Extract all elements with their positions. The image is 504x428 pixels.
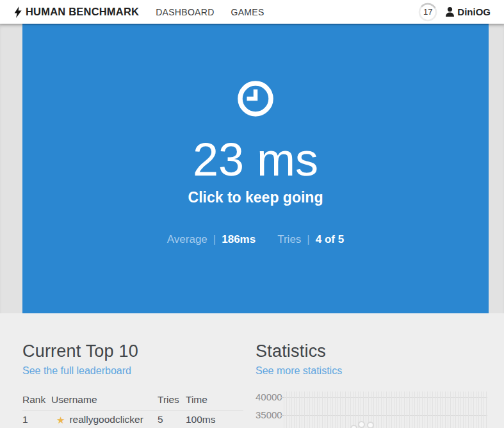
average-value: 186ms [222,233,256,246]
username-label: DiniOG [457,6,491,17]
table-row: 1 ★ reallygoodclicker 5 100ms [22,414,243,425]
level-value: 17 [418,3,437,22]
person-icon [446,7,454,17]
column-rank: Rank [22,394,51,406]
clock-icon [237,80,274,117]
average-label: Average [167,233,207,246]
average-stat: Average | 186ms [167,233,256,246]
column-username: Username [51,394,158,406]
attempt-stats: Average | 186ms Tries | 4 of 5 [167,233,344,246]
separator: | [307,233,309,246]
tries-value-cell: 5 [158,414,186,425]
separator: | [213,233,216,246]
lightning-bolt-icon [14,6,22,18]
nav-dashboard[interactable]: DASHBOARD [156,7,214,17]
column-tries: Tries [158,394,186,406]
y-tick-40000: 40000 [256,392,280,402]
y-tick-35000: 35000 [256,410,280,420]
star-icon: ★ [56,415,65,425]
statistics-title: Statistics [256,342,326,361]
brand-link[interactable]: HUMAN BENCHMARK [14,6,139,18]
chart-point [350,425,357,428]
level-badge[interactable]: 17 [418,3,437,22]
statistics-panel: Statistics See more statistics 40000 350… [256,313,489,428]
tries-stat: Tries | 4 of 5 [277,233,344,246]
leaderboard-table-header: Rank Username Tries Time [22,394,243,406]
table-header-divider [22,410,243,411]
tries-value: 4 of 5 [316,233,344,246]
more-statistics-link[interactable]: See more statistics [256,365,342,377]
chart-plot [284,391,487,428]
brand-label: HUMAN BENCHMARK [26,6,139,18]
user-menu[interactable]: DiniOG [446,6,491,17]
reaction-test-click-area[interactable]: 23 ms Click to keep going Average | 186m… [22,24,489,313]
chart-point [367,422,374,428]
full-leaderboard-link[interactable]: See the full leaderboard [22,365,131,377]
chart-point [358,421,365,428]
rank-value: 1 [22,414,51,425]
leaderboard-title: Current Top 10 [22,342,138,361]
column-time: Time [186,394,243,406]
tries-label: Tries [277,233,301,246]
username-cell: ★ reallygoodclicker [51,414,158,425]
result-value: 23 ms [193,136,318,183]
top-nav: HUMAN BENCHMARK DASHBOARD GAMES 17 DiniO… [0,0,504,24]
leader-username: reallygoodclicker [69,414,143,425]
page-background: 23 ms Click to keep going Average | 186m… [0,24,504,313]
content-section: Current Top 10 See the full leaderboard … [0,313,504,428]
time-value-cell: 100ms [186,414,243,425]
click-prompt: Click to keep going [188,189,323,206]
nav-games[interactable]: GAMES [231,7,264,17]
leaderboard-panel: Current Top 10 See the full leaderboard … [22,313,243,428]
